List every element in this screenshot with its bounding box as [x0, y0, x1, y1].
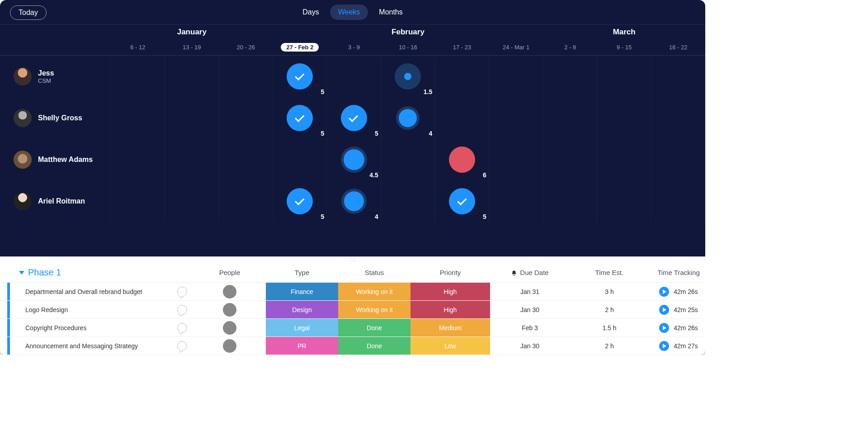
workload-bubble[interactable]: [287, 188, 313, 214]
status-cell[interactable]: Working on it: [338, 301, 410, 319]
priority-cell[interactable]: High: [410, 283, 490, 301]
play-icon[interactable]: [659, 341, 669, 351]
week-header-cell[interactable]: 13 - 19: [165, 44, 219, 51]
people-cell[interactable]: [193, 337, 266, 355]
week-header-cell[interactable]: 20 - 26: [219, 44, 273, 51]
people-cell[interactable]: [193, 301, 266, 319]
col-status[interactable]: Status: [338, 269, 410, 276]
workload-row: Shelly Gross554: [0, 97, 705, 139]
type-cell[interactable]: Finance: [266, 283, 338, 301]
time-tracking-cell[interactable]: 42m 26s: [649, 319, 705, 337]
col-type[interactable]: Type: [266, 269, 338, 276]
today-button[interactable]: Today: [10, 5, 47, 20]
time-est-cell[interactable]: 2 h: [570, 301, 649, 319]
priority-cell[interactable]: High: [410, 301, 490, 319]
task-name-cell[interactable]: Departmental and Overall rebrand budget: [17, 283, 193, 301]
task-name-cell[interactable]: Announcement and Messaging Strategy: [17, 337, 193, 355]
view-weeks[interactable]: Weeks: [330, 5, 368, 20]
type-cell[interactable]: Design: [266, 301, 338, 319]
people-cell[interactable]: [193, 283, 266, 301]
task-name-cell[interactable]: Logo Redesign: [17, 301, 193, 319]
workload-cell[interactable]: 5: [273, 56, 327, 97]
status-cell[interactable]: Working on it: [338, 283, 410, 301]
row-color-bar: [0, 319, 17, 337]
workload-bubble[interactable]: [287, 105, 313, 131]
workload-bubble[interactable]: [287, 63, 313, 90]
col-priority[interactable]: Priority: [410, 269, 490, 276]
view-months[interactable]: Months: [379, 8, 402, 16]
time-tracking-cell[interactable]: 42m 26s: [649, 283, 705, 301]
workload-bubble[interactable]: [341, 105, 367, 131]
workload-value: 5: [321, 213, 324, 220]
chat-icon[interactable]: [177, 287, 187, 297]
status-cell[interactable]: Done: [338, 319, 410, 337]
workload-cell: [543, 56, 597, 97]
people-cell[interactable]: [193, 319, 266, 337]
workload-value: 4: [375, 213, 378, 220]
person-cell[interactable]: JessCSM: [0, 67, 111, 85]
person-cell[interactable]: Shelly Gross: [0, 109, 111, 127]
workload-cell[interactable]: 4: [381, 97, 435, 139]
workload-bubble[interactable]: [341, 147, 367, 173]
type-cell[interactable]: Legal: [266, 319, 338, 337]
workload-bubble[interactable]: [449, 147, 475, 173]
week-header-cell[interactable]: 6 - 12: [111, 44, 165, 51]
workload-cell: [543, 139, 597, 180]
workload-cell[interactable]: 4.5: [327, 139, 381, 180]
table-row[interactable]: Announcement and Messaging StrategyPRDon…: [0, 337, 705, 355]
workload-cell: [165, 139, 219, 180]
time-tracking-cell[interactable]: 42m 27s: [649, 337, 705, 355]
priority-cell[interactable]: Medium: [410, 319, 490, 337]
col-time-tracking[interactable]: Time Tracking: [649, 269, 705, 276]
chat-icon[interactable]: [177, 305, 187, 315]
time-est-cell[interactable]: 3 h: [570, 283, 649, 301]
avatar: [223, 285, 236, 299]
week-header-cell[interactable]: 10 - 16: [381, 44, 435, 51]
person-cell[interactable]: Matthew Adams: [0, 151, 111, 169]
phase-toggle[interactable]: Phase 1: [17, 267, 61, 278]
status-cell[interactable]: Done: [338, 337, 410, 355]
workload-cell[interactable]: 5: [273, 180, 327, 222]
workload-bubble[interactable]: [341, 189, 367, 214]
col-time-est[interactable]: Time Est.: [570, 269, 649, 276]
workload-cell[interactable]: 4: [327, 180, 381, 222]
table-row[interactable]: Logo RedesignDesignWorking on itHighJan …: [0, 301, 705, 319]
week-header-cell[interactable]: 17 - 23: [435, 44, 489, 51]
play-icon[interactable]: [659, 323, 669, 333]
workload-bubble[interactable]: [395, 63, 421, 90]
person-cell[interactable]: Ariel Roitman: [0, 192, 111, 210]
workload-bubble[interactable]: [449, 188, 475, 214]
col-people[interactable]: People: [193, 269, 266, 276]
col-due-date[interactable]: Due Date: [490, 269, 570, 276]
type-cell[interactable]: PR: [266, 337, 338, 355]
due-date-cell[interactable]: Feb 3: [490, 319, 570, 337]
week-header-cell[interactable]: 9 - 15: [597, 44, 651, 51]
week-header-cell[interactable]: 16 - 22: [651, 44, 705, 51]
play-icon[interactable]: [659, 305, 669, 315]
time-tracking-cell[interactable]: 42m 25s: [649, 301, 705, 319]
workload-cell[interactable]: 5: [435, 180, 489, 222]
play-icon[interactable]: [659, 287, 669, 297]
time-est-cell[interactable]: 1.5 h: [570, 319, 649, 337]
week-header-cell[interactable]: 27 - Feb 2: [273, 43, 327, 52]
due-date-cell[interactable]: Jan 30: [490, 301, 570, 319]
week-header-cell[interactable]: 3 - 9: [327, 44, 381, 51]
workload-cell[interactable]: 5: [273, 97, 327, 139]
view-days[interactable]: Days: [302, 8, 319, 16]
week-header-cell[interactable]: 24 - Mar 1: [489, 44, 543, 51]
workload-cell[interactable]: 5: [327, 97, 381, 139]
workload-bubble[interactable]: [396, 106, 420, 130]
panel-splitter[interactable]: ::::: [0, 256, 705, 263]
table-row[interactable]: Departmental and Overall rebrand budgetF…: [0, 283, 705, 301]
table-row[interactable]: Copyright ProceduresLegalDoneMediumFeb 3…: [0, 319, 705, 337]
chat-icon[interactable]: [177, 341, 187, 351]
due-date-cell[interactable]: Jan 30: [490, 337, 570, 355]
task-name-cell[interactable]: Copyright Procedures: [17, 319, 193, 337]
priority-cell[interactable]: Low: [410, 337, 490, 355]
workload-cell[interactable]: 6: [435, 139, 489, 180]
week-header-cell[interactable]: 2 - 8: [543, 44, 597, 51]
chat-icon[interactable]: [177, 323, 187, 333]
workload-cell[interactable]: 1.5: [381, 56, 435, 97]
due-date-cell[interactable]: Jan 31: [490, 283, 570, 301]
time-est-cell[interactable]: 2 h: [570, 337, 649, 355]
